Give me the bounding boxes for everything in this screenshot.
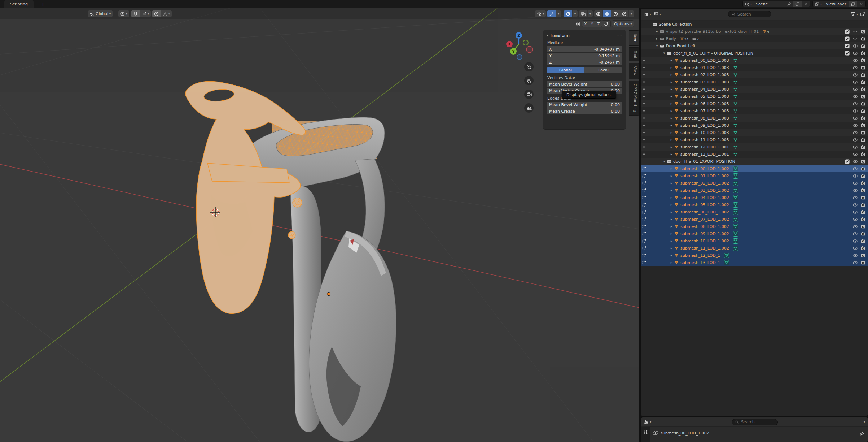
disclosure-arrow-icon[interactable]: ▸ (669, 239, 674, 243)
object-visibility-dropdown[interactable]: ▾ (535, 10, 546, 17)
disclosure-arrow-icon[interactable]: ▸ (669, 102, 674, 105)
row-label[interactable]: submesh_13_LOD_1 (680, 260, 720, 265)
render-visibility-camera-icon[interactable] (860, 166, 866, 172)
scene-unlink-button[interactable] (802, 1, 810, 7)
row-label[interactable]: submesh_05_LOD_1.002 (680, 203, 729, 207)
xray-toggle[interactable] (579, 10, 587, 17)
outliner-row[interactable]: ▸ submesh_05_LOD_1.003 (641, 93, 868, 100)
outliner-row[interactable]: ▸ submesh_02_LOD_1.002 (641, 179, 868, 187)
xray-dropdown[interactable]: ▾ (587, 10, 593, 17)
outliner-filter-mode-dropdown[interactable]: ▾ (653, 12, 661, 17)
row-label[interactable]: submesh_11_LOD_1.002 (680, 246, 729, 251)
disclosure-arrow-icon[interactable]: ▾ (662, 160, 667, 163)
render-visibility-camera-icon[interactable] (860, 116, 866, 121)
row-label[interactable]: Scene Collection (659, 22, 692, 27)
disclosure-arrow-icon[interactable]: ▸ (669, 124, 674, 127)
gizmos-dropdown[interactable]: ▾ (556, 10, 561, 17)
eye-open-icon[interactable] (852, 87, 858, 92)
mean-crease-field[interactable]: Mean Crease 0.00 (547, 108, 622, 114)
snap-toggle[interactable] (131, 10, 140, 17)
disclosure-arrow-icon[interactable]: ▸ (669, 261, 674, 264)
eye-open-icon[interactable] (852, 152, 858, 157)
eye-open-icon[interactable] (852, 72, 858, 78)
eye-open-icon[interactable] (852, 101, 858, 107)
row-label[interactable]: submesh_02_LOD_1.002 (680, 181, 729, 186)
viewlayer-selector[interactable]: ▾ ViewLayer (812, 1, 866, 7)
tool-tab-icon[interactable] (643, 429, 648, 435)
gizmo-x-neg[interactable] (526, 46, 533, 53)
show-overlays-toggle[interactable] (564, 10, 572, 17)
disclosure-arrow-icon[interactable]: ▸ (669, 232, 674, 235)
render-visibility-camera-icon[interactable] (860, 137, 866, 143)
disclosure-arrow-icon[interactable]: ▸ (669, 73, 674, 77)
scene-name[interactable]: Scene (754, 2, 785, 6)
outliner-row[interactable]: ▸ submesh_07_LOD_1.002 (641, 216, 868, 223)
render-visibility-camera-icon[interactable] (860, 260, 866, 265)
row-label[interactable]: submesh_01_LOD_1.003 (680, 65, 729, 70)
tab-tool[interactable]: Tool (629, 47, 639, 61)
eye-open-icon[interactable] (852, 260, 858, 265)
row-label[interactable]: submesh_03_LOD_1.003 (680, 80, 729, 84)
outliner-row[interactable]: ▾ Door Front Left (641, 42, 868, 49)
eye-open-icon[interactable] (852, 231, 858, 237)
eye-open-icon[interactable] (852, 58, 858, 63)
outliner-display-mode-dropdown[interactable]: ▾ (644, 12, 651, 17)
outliner-row[interactable]: ▾ door_fl_a_01 COPY - ORIGINAL POSITION (641, 49, 868, 57)
render-visibility-camera-icon[interactable] (860, 108, 866, 114)
mean-bevel-weight-edge-field[interactable]: Mean Bevel Weight 0.00 (547, 102, 622, 108)
viewport-3d[interactable]: Global ▾ ▾ ▾ ▾ ▾ (0, 8, 639, 442)
row-label[interactable]: submesh_07_LOD_1.002 (680, 217, 729, 222)
gizmo-y-neg[interactable] (523, 40, 528, 45)
global-button[interactable]: Global (547, 67, 584, 73)
row-label[interactable]: submesh_07_LOD_1.003 (680, 109, 729, 113)
row-label[interactable]: submesh_00_LOD_1.003 (680, 58, 729, 63)
eye-open-icon[interactable] (852, 159, 858, 164)
outliner-row[interactable]: ▸ submesh_08_LOD_1.002 (641, 223, 868, 230)
outliner-search-input[interactable]: Search (728, 11, 771, 17)
row-label[interactable]: door_fl_a_01 EXPORT POSITION (673, 159, 735, 164)
disclosure-arrow-icon[interactable]: ▸ (669, 254, 674, 257)
render-visibility-camera-icon[interactable] (860, 231, 866, 237)
render-visibility-camera-icon[interactable] (860, 246, 866, 251)
proportional-edit-toggle[interactable] (152, 10, 161, 17)
row-label[interactable]: submesh_06_LOD_1.002 (680, 210, 729, 214)
disclosure-arrow-icon[interactable]: ▾ (654, 44, 659, 48)
tab-item[interactable]: Item (629, 30, 639, 46)
row-label[interactable]: submesh_02_LOD_1.003 (680, 73, 729, 77)
outliner-row[interactable]: ▸ Body 24 2 (641, 35, 868, 42)
zoom-button[interactable] (524, 62, 534, 72)
row-label[interactable]: submesh_10_LOD_1.002 (680, 239, 729, 243)
pin-id-icon[interactable] (859, 431, 864, 438)
disclosure-arrow-icon[interactable]: ▸ (669, 188, 674, 192)
render-visibility-camera-icon[interactable] (860, 144, 866, 150)
disclosure-arrow-icon[interactable]: ▸ (669, 131, 674, 134)
disclosure-arrow-icon[interactable]: ▸ (669, 87, 674, 91)
outliner-row[interactable]: ▸ submesh_07_LOD_1.003 (641, 107, 868, 114)
row-label[interactable]: v_sport2_porsche_911turbo__ext01_door_fl… (666, 29, 759, 34)
eye-open-icon[interactable] (852, 144, 858, 150)
shading-dropdown[interactable]: ▾ (628, 10, 634, 17)
render-visibility-camera-icon[interactable] (860, 79, 866, 85)
row-label[interactable]: Body (666, 36, 676, 41)
render-visibility-camera-icon[interactable] (860, 43, 866, 49)
row-label[interactable]: submesh_03_LOD_1.002 (680, 188, 729, 193)
pivot-point-dropdown[interactable]: ▾ (118, 10, 130, 17)
eye-open-icon[interactable] (852, 51, 858, 56)
render-visibility-camera-icon[interactable] (860, 101, 866, 107)
outliner-row[interactable]: ▸ submesh_09_LOD_1.002 (641, 230, 868, 237)
render-visibility-camera-icon[interactable] (860, 29, 866, 34)
eye-open-icon[interactable] (852, 195, 858, 200)
row-label[interactable]: submesh_06_LOD_1.003 (680, 101, 729, 106)
exclude-checkbox[interactable] (845, 51, 850, 56)
eye-open-icon[interactable] (852, 94, 858, 99)
disclosure-arrow-icon[interactable]: ▸ (669, 196, 674, 199)
mirror-y-button[interactable]: Y (589, 21, 595, 27)
render-visibility-camera-icon[interactable] (860, 209, 866, 215)
outliner-row[interactable]: ▸ submesh_12_LOD_1 (641, 252, 868, 259)
render-visibility-camera-icon[interactable] (860, 36, 866, 42)
properties-options-dropdown[interactable]: ▾ (864, 420, 865, 424)
outliner-row[interactable]: ▸ submesh_05_LOD_1.002 (641, 201, 868, 208)
eye-open-icon[interactable] (852, 209, 858, 215)
properties-editor-type-dropdown[interactable]: ▾ (644, 420, 651, 425)
disclosure-arrow-icon[interactable]: ▸ (669, 95, 674, 98)
